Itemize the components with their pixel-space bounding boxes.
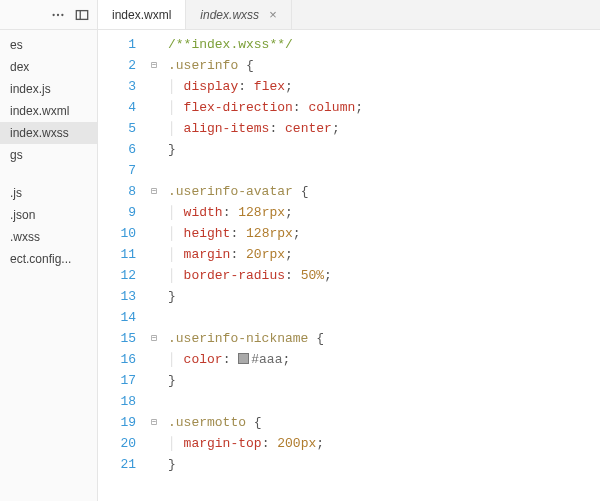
- line-number: 17: [98, 370, 136, 391]
- code-line[interactable]: }: [168, 370, 600, 391]
- line-number: 19: [98, 412, 136, 433]
- code-line[interactable]: │ margin: 20rpx;: [168, 244, 600, 265]
- file-tree-item[interactable]: .wxss: [0, 226, 97, 248]
- fold-toggle: [146, 307, 162, 328]
- editor-tab[interactable]: index.wxss×: [186, 0, 291, 29]
- fold-toggle: [146, 160, 162, 181]
- fold-toggle: [146, 118, 162, 139]
- fold-toggle[interactable]: ⊟: [146, 55, 162, 76]
- fold-toggle[interactable]: ⊟: [146, 412, 162, 433]
- line-number: 5: [98, 118, 136, 139]
- tab-label: index.wxss: [200, 8, 259, 22]
- line-number: 15: [98, 328, 136, 349]
- code-line[interactable]: │ flex-direction: column;: [168, 97, 600, 118]
- code-line[interactable]: [168, 160, 600, 181]
- line-number: 20: [98, 433, 136, 454]
- line-number: 7: [98, 160, 136, 181]
- line-number: 2: [98, 55, 136, 76]
- line-number: 3: [98, 76, 136, 97]
- tab-label: index.wxml: [112, 8, 171, 22]
- fold-toggle: [146, 76, 162, 97]
- line-number: 1: [98, 34, 136, 55]
- file-tree-item[interactable]: index.js: [0, 78, 97, 100]
- svg-point-0: [52, 13, 54, 15]
- fold-toggle: [146, 391, 162, 412]
- line-number: 16: [98, 349, 136, 370]
- line-number: 14: [98, 307, 136, 328]
- fold-gutter[interactable]: ⊟⊟⊟⊟: [146, 30, 162, 501]
- svg-rect-3: [76, 10, 87, 19]
- collapse-panel-icon[interactable]: [75, 8, 89, 22]
- code-line[interactable]: │ margin-top: 200px;: [168, 433, 600, 454]
- file-tree-item[interactable]: index.wxml: [0, 100, 97, 122]
- code-line[interactable]: [168, 391, 600, 412]
- file-tree-item[interactable]: .json: [0, 204, 97, 226]
- code-line[interactable]: │ color: #aaa;: [168, 349, 600, 370]
- code-line[interactable]: │ height: 128rpx;: [168, 223, 600, 244]
- code-line[interactable]: }: [168, 286, 600, 307]
- fold-toggle: [146, 349, 162, 370]
- file-tree-item[interactable]: .js: [0, 182, 97, 204]
- line-number: 6: [98, 139, 136, 160]
- line-number: 13: [98, 286, 136, 307]
- fold-toggle: [146, 34, 162, 55]
- fold-toggle: [146, 454, 162, 475]
- app-root: esdexindex.jsindex.wxmlindex.wxssgs.js.j…: [0, 0, 600, 501]
- main-area: index.wxmlindex.wxss× 123456789101112131…: [98, 0, 600, 501]
- editor-tab[interactable]: index.wxml: [98, 0, 186, 29]
- code-line[interactable]: }: [168, 454, 600, 475]
- code-line[interactable]: .usermotto {: [168, 412, 600, 433]
- fold-toggle: [146, 223, 162, 244]
- code-line[interactable]: │ border-radius: 50%;: [168, 265, 600, 286]
- code-line[interactable]: .userinfo {: [168, 55, 600, 76]
- file-tree-item[interactable]: dex: [0, 56, 97, 78]
- code-line[interactable]: .userinfo-nickname {: [168, 328, 600, 349]
- fold-toggle: [146, 97, 162, 118]
- fold-toggle: [146, 286, 162, 307]
- line-number: 11: [98, 244, 136, 265]
- file-tree-item[interactable]: index.wxss: [0, 122, 97, 144]
- line-number: 9: [98, 202, 136, 223]
- fold-toggle[interactable]: ⊟: [146, 181, 162, 202]
- fold-toggle: [146, 244, 162, 265]
- sidebar-toolbar: [0, 0, 97, 30]
- editor[interactable]: 123456789101112131415161718192021 ⊟⊟⊟⊟ /…: [98, 30, 600, 501]
- line-number: 12: [98, 265, 136, 286]
- close-icon[interactable]: ×: [269, 8, 277, 21]
- sidebar: esdexindex.jsindex.wxmlindex.wxssgs.js.j…: [0, 0, 98, 501]
- file-tree-item[interactable]: es: [0, 34, 97, 56]
- fold-toggle: [146, 370, 162, 391]
- file-tree-item[interactable]: gs: [0, 144, 97, 166]
- code-line[interactable]: │ align-items: center;: [168, 118, 600, 139]
- code-line[interactable]: │ width: 128rpx;: [168, 202, 600, 223]
- more-icon[interactable]: [51, 8, 65, 22]
- line-number: 10: [98, 223, 136, 244]
- svg-point-2: [61, 13, 63, 15]
- file-tree-item[interactable]: ect.config...: [0, 248, 97, 270]
- fold-toggle: [146, 265, 162, 286]
- fold-toggle: [146, 202, 162, 223]
- tab-bar: index.wxmlindex.wxss×: [98, 0, 600, 30]
- fold-toggle[interactable]: ⊟: [146, 328, 162, 349]
- code-line[interactable]: /**index.wxss**/: [168, 34, 600, 55]
- line-number: 8: [98, 181, 136, 202]
- code-line[interactable]: }: [168, 139, 600, 160]
- code-line[interactable]: [168, 307, 600, 328]
- code-line[interactable]: │ display: flex;: [168, 76, 600, 97]
- line-number-gutter: 123456789101112131415161718192021: [98, 30, 146, 501]
- svg-point-1: [57, 13, 59, 15]
- file-tree[interactable]: esdexindex.jsindex.wxmlindex.wxssgs.js.j…: [0, 30, 97, 501]
- line-number: 4: [98, 97, 136, 118]
- line-number: 21: [98, 454, 136, 475]
- code-line[interactable]: .userinfo-avatar {: [168, 181, 600, 202]
- fold-toggle: [146, 139, 162, 160]
- fold-toggle: [146, 433, 162, 454]
- code-area[interactable]: /**index.wxss**/.userinfo {│ display: fl…: [162, 30, 600, 501]
- line-number: 18: [98, 391, 136, 412]
